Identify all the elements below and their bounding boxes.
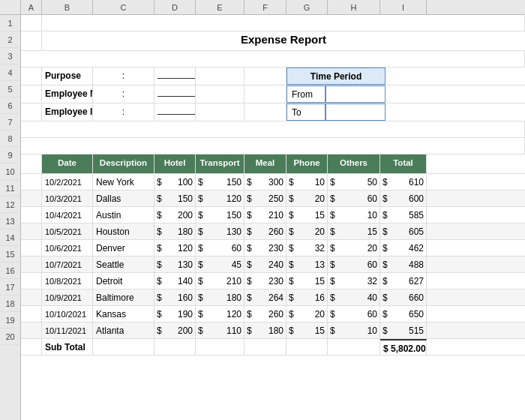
money-cell: $50 xyxy=(328,174,380,190)
cell-date: 10/9/2021 xyxy=(42,290,93,305)
money-cell: $264 xyxy=(244,290,286,305)
table-row: 10/3/2021 Dallas $150 $120 $250 $20 $60 … xyxy=(21,190,525,207)
col-header-g: G xyxy=(286,0,328,14)
cell-4f xyxy=(244,68,286,85)
table-row: 10/9/2021 Baltimore $160 $180 $264 $16 $… xyxy=(21,290,525,306)
cell-desc: Kansas xyxy=(93,306,154,322)
row-num-15: 15 xyxy=(0,246,20,262)
row-num-4: 4 xyxy=(0,64,20,81)
th-date: Date xyxy=(42,154,93,173)
from-label: From xyxy=(286,86,326,103)
purpose-label: Purpose xyxy=(42,68,93,85)
row-num-18: 18 xyxy=(0,296,20,312)
cell-desc: Dallas xyxy=(93,190,154,206)
employee-id-label: Employee ID xyxy=(42,104,93,121)
cell-6a xyxy=(21,104,42,121)
money-cell: $150 xyxy=(196,174,244,190)
money-cell: $15 xyxy=(286,273,328,289)
cell-20e xyxy=(196,339,244,355)
cell-5f xyxy=(244,86,286,103)
table-row: 10/2/2021 New York $100 $150 $300 $10 $5… xyxy=(21,174,525,190)
col-header-e: E xyxy=(196,0,244,14)
cell-1a xyxy=(21,15,42,31)
money-cell: $260 xyxy=(244,224,286,239)
money-cell: $32 xyxy=(328,273,380,289)
cell-date: 10/5/2021 xyxy=(42,224,93,239)
col-header-i: I xyxy=(380,0,427,14)
cell-20a xyxy=(21,339,42,355)
money-cell: $15 xyxy=(286,322,328,338)
money-cell: $488 xyxy=(380,256,427,272)
table-row: 10/10/2021 Kansas $190 $120 $260 $20 $60… xyxy=(21,306,525,322)
table-row: 10/8/2021 Detroit $140 $210 $230 $15 $32… xyxy=(21,273,525,290)
row-7 xyxy=(21,122,525,138)
to-value[interactable] xyxy=(326,104,386,121)
money-cell: $16 xyxy=(286,290,328,305)
from-value[interactable] xyxy=(326,86,386,103)
cell-20c xyxy=(93,339,154,355)
money-cell: $20 xyxy=(286,306,328,322)
col-header-f: F xyxy=(244,0,286,14)
row-4: Purpose : Time Period xyxy=(21,68,525,86)
money-cell: $200 xyxy=(154,207,196,223)
row-num-19: 19 xyxy=(0,312,20,328)
money-cell: $230 xyxy=(244,240,286,256)
money-cell: $605 xyxy=(380,224,427,239)
money-cell: $130 xyxy=(196,224,244,239)
row-1 xyxy=(21,15,525,32)
money-cell: $240 xyxy=(244,256,286,272)
money-cell: $150 xyxy=(196,207,244,223)
grid-area: Expense Report Purpose : Time Period xyxy=(21,15,525,420)
subtotal-amount: $ 5,802.00 xyxy=(380,339,427,355)
row-num-10: 10 xyxy=(0,164,20,180)
row-num-17: 17 xyxy=(0,279,20,296)
cell-desc: Baltimore xyxy=(93,290,154,305)
money-cell: $300 xyxy=(244,174,286,190)
money-cell: $250 xyxy=(244,190,286,206)
employee-id-input[interactable] xyxy=(154,104,196,121)
th-others: Others xyxy=(328,154,380,173)
purpose-input[interactable] xyxy=(154,68,196,85)
row-num-9: 9 xyxy=(0,147,20,164)
money-cell: $60 xyxy=(328,190,380,206)
money-cell: $210 xyxy=(244,207,286,223)
th-meal: Meal xyxy=(244,154,286,173)
money-cell: $585 xyxy=(380,207,427,223)
cell-empty xyxy=(21,290,42,305)
money-cell: $120 xyxy=(154,240,196,256)
cell-date: 10/2/2021 xyxy=(42,174,93,190)
money-cell: $627 xyxy=(380,273,427,289)
cell-20f xyxy=(244,339,286,355)
money-cell: $10 xyxy=(328,207,380,223)
money-cell: $180 xyxy=(244,322,286,338)
row-8 xyxy=(21,138,525,154)
employee-name-field[interactable] xyxy=(158,86,196,97)
cell-1-rest xyxy=(42,15,525,31)
row-num-11: 11 xyxy=(0,180,20,196)
time-period-header: Time Period xyxy=(286,68,386,85)
money-cell: $180 xyxy=(154,224,196,239)
row-num-14: 14 xyxy=(0,230,20,246)
cell-20g xyxy=(286,339,328,355)
row-2: Expense Report xyxy=(21,32,525,51)
cell-date: 10/11/2021 xyxy=(42,322,93,338)
cell-desc: Atlanta xyxy=(93,322,154,338)
th-transport: Transport xyxy=(196,154,244,173)
row-6: Employee ID : To xyxy=(21,104,525,122)
table-header-row: Date Description Hotel Transport Meal Ph… xyxy=(21,154,525,174)
money-cell: $660 xyxy=(380,290,427,305)
money-cell: $515 xyxy=(380,322,427,338)
cell-desc: Austin xyxy=(93,207,154,223)
purpose-field[interactable] xyxy=(158,68,196,79)
subtotal-label: Sub Total xyxy=(42,339,93,355)
money-cell: $110 xyxy=(196,322,244,338)
row-num-16: 16 xyxy=(0,262,20,279)
cell-empty xyxy=(21,174,42,190)
corner-cell xyxy=(0,0,21,14)
row-num-2: 2 xyxy=(0,32,20,48)
cell-empty xyxy=(21,190,42,206)
employee-id-field[interactable] xyxy=(158,104,196,115)
employee-name-input[interactable] xyxy=(154,86,196,103)
cell-4a xyxy=(21,68,42,85)
cell-4e xyxy=(196,68,244,85)
